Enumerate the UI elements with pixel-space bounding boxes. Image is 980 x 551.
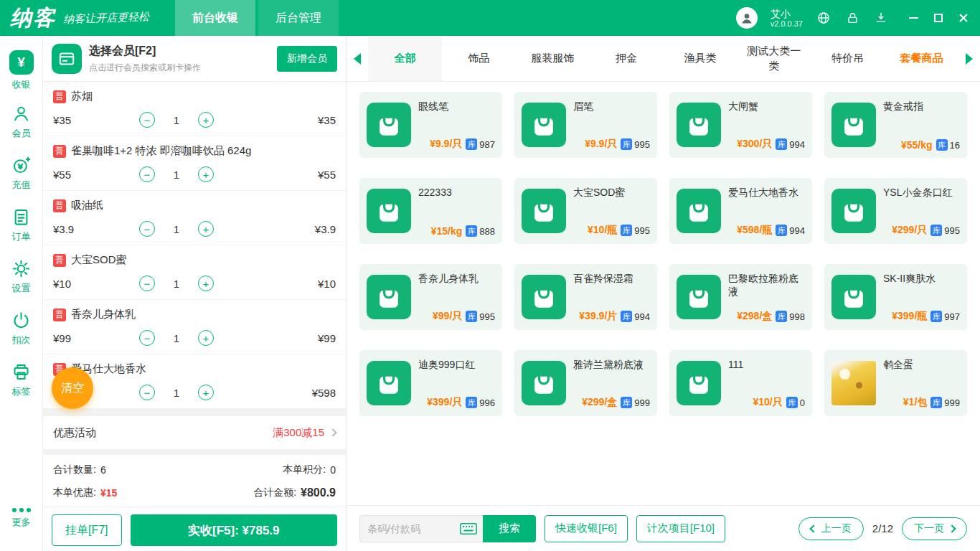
qty-plus-button[interactable]: + — [198, 221, 214, 237]
quick-cashier-button[interactable]: 快速收银[F6] — [545, 515, 628, 542]
product-card[interactable]: 大宝SOD蜜 ¥10/瓶 库 995 — [514, 178, 657, 244]
product-stock: 997 — [944, 311, 960, 322]
sidebar-item-more[interactable]: 更多 — [0, 492, 42, 544]
stock-badge: 库 — [930, 311, 942, 322]
product-card[interactable]: 222333 ¥15/kg 库 888 — [359, 178, 502, 244]
product-stock: 999 — [944, 397, 960, 408]
mode-tab[interactable]: 前台收银 — [175, 0, 255, 36]
hold-order-button[interactable]: 挂单[F7] — [52, 514, 122, 546]
category-tab[interactable]: 套餐商品 — [885, 36, 958, 81]
shopping-bag-icon — [522, 103, 566, 147]
qty-plus-button[interactable]: + — [198, 166, 214, 182]
qty-minus-button[interactable]: − — [139, 221, 155, 237]
shopping-bag-icon — [677, 103, 721, 147]
product-card[interactable]: SK-II爽肤水 ¥399/瓶 库 997 — [824, 264, 967, 330]
item-type-badge: 普 — [53, 90, 66, 103]
product-card[interactable]: 香奈儿身体乳 ¥99/只 库 995 — [359, 264, 502, 330]
category-prev-arrow[interactable] — [347, 36, 368, 81]
window-controls — [909, 13, 969, 23]
sidebar-item-settings[interactable]: 设置 — [0, 251, 42, 303]
app-version: v2.0.0.37 — [771, 19, 803, 29]
qty-plus-button[interactable]: + — [198, 112, 214, 128]
product-card[interactable]: 迪奥999口红 ¥399/只 库 996 — [359, 350, 502, 416]
product-grid: 眼线笔 ¥9.9/只 库 987 — [359, 92, 967, 416]
stock-badge: 库 — [930, 225, 942, 236]
product-photo — [831, 361, 876, 405]
product-price: ¥99/只 — [433, 310, 462, 323]
maximize-button[interactable] — [934, 14, 943, 22]
qty-plus-button[interactable]: + — [198, 385, 214, 400]
checkout-button[interactable]: 实收[F5]: ¥785.9 — [131, 514, 337, 546]
sidebar-item-deduct[interactable]: 扣次 — [0, 303, 42, 354]
user-avatar[interactable] — [736, 7, 758, 29]
sidebar-item-cashier[interactable]: ¥ 收银 — [0, 44, 42, 96]
points-label: 本单积分: — [283, 463, 326, 476]
product-card[interactable]: 雅诗兰黛粉底液 ¥299/盒 库 999 — [514, 350, 657, 416]
search-button[interactable]: 搜索 — [483, 515, 536, 542]
qty-plus-button[interactable]: + — [198, 330, 214, 346]
qty-minus-button[interactable]: − — [139, 385, 155, 400]
product-name: 香奈儿身体乳 — [418, 273, 495, 286]
cart-item-qty: 1 — [155, 114, 198, 126]
category-tab-label: 套餐商品 — [900, 51, 943, 65]
cart-item-qty: 1 — [155, 169, 198, 181]
product-price: ¥299/只 — [892, 224, 927, 237]
product-card[interactable]: 111 ¥10/只 库 0 — [669, 350, 812, 416]
category-bar: 全部 饰品 服装服饰 押金 — [347, 36, 980, 82]
minimize-button[interactable] — [909, 17, 918, 19]
download-icon[interactable] — [873, 10, 889, 26]
qty-minus-button[interactable]: − — [139, 276, 155, 291]
product-price: ¥9.9/只 — [430, 138, 462, 151]
person-icon — [740, 11, 754, 25]
qty-minus-button[interactable]: − — [139, 166, 155, 182]
lock-icon[interactable] — [844, 10, 860, 26]
promo-row[interactable]: 优惠活动 满300减15 — [43, 416, 346, 449]
mode-tab[interactable]: 后台管理 — [258, 0, 339, 36]
topbar-right: 艾小 v2.0.0.37 — [736, 7, 969, 29]
product-card[interactable]: 百雀羚保湿霜 ¥39.9/片 库 994 — [514, 264, 657, 330]
qty-minus-button[interactable]: − — [139, 330, 155, 346]
clear-cart-button[interactable]: 清空 — [52, 367, 93, 409]
keyboard-icon[interactable] — [460, 523, 477, 534]
sidebar-item-recharge[interactable]: 充值 — [0, 148, 42, 199]
member-select-card[interactable]: 选择会员[F2] 点击进行会员搜索或刷卡操作 新增会员 — [43, 36, 346, 82]
close-button[interactable] — [958, 13, 969, 23]
category-tab[interactable]: 测试大类一类 — [737, 36, 811, 81]
triangle-left-icon — [354, 53, 361, 65]
product-stock: 994 — [634, 311, 650, 322]
product-card[interactable]: 鹌全蛋 ¥1/包 库 999 — [824, 350, 967, 416]
prev-page-label: 上一页 — [821, 522, 852, 535]
cart-footer: 挂单[F7] 实收[F5]: ¥785.9 — [43, 507, 346, 551]
product-card[interactable]: 大闸蟹 ¥300/只 库 994 — [669, 92, 812, 158]
next-page-button[interactable]: 下一页 — [902, 517, 967, 540]
network-globe-icon[interactable] — [816, 10, 831, 26]
category-tab[interactable]: 渔具类 — [664, 36, 738, 81]
cart-item-name: 雀巢咖啡1+2 特浓 即溶咖啡饮品 624g — [71, 144, 251, 158]
count-item-button[interactable]: 计次项目[F10] — [636, 515, 725, 542]
product-card[interactable]: 巴黎欧拉雅粉底液 ¥298/盒 库 998 — [669, 264, 812, 330]
product-name: 大闸蟹 — [728, 100, 805, 113]
category-tab[interactable]: 特价吊 — [811, 36, 885, 81]
product-card[interactable]: 眉笔 ¥9.9/只 库 995 — [514, 92, 657, 158]
product-card[interactable]: 眼线笔 ¥9.9/只 库 987 — [359, 92, 502, 158]
mode-tab-label: 前台收银 — [192, 11, 238, 26]
product-card[interactable]: 黄金戒指 ¥55/kg 库 16 — [824, 92, 967, 158]
add-member-button[interactable]: 新增会员 — [277, 46, 337, 72]
category-tab[interactable]: 押金 — [590, 36, 664, 81]
sidebar-item-member[interactable]: 会员 — [0, 96, 42, 148]
discount-value: ¥15 — [100, 487, 117, 499]
category-tab[interactable]: 服装服饰 — [516, 36, 590, 81]
shopping-bag-icon — [677, 361, 721, 405]
category-tab[interactable]: 全部 — [368, 36, 442, 81]
sidebar-item-orders[interactable]: 订单 — [0, 199, 42, 251]
category-tab-label: 饰品 — [468, 51, 489, 65]
qty-minus-button[interactable]: − — [139, 112, 155, 128]
product-card[interactable]: YSL小金条口红 ¥299/只 库 995 — [824, 178, 967, 244]
product-card[interactable]: 爱马仕大地香水 ¥598/瓶 库 994 — [669, 178, 812, 244]
sidebar-item-label-print[interactable]: 标签 — [0, 354, 42, 406]
category-next-arrow[interactable] — [958, 36, 980, 81]
qty-plus-button[interactable]: + — [198, 276, 214, 291]
category-tab[interactable]: 饰品 — [442, 36, 516, 81]
prev-page-button[interactable]: 上一页 — [798, 517, 864, 540]
stock-badge: 库 — [930, 397, 942, 408]
